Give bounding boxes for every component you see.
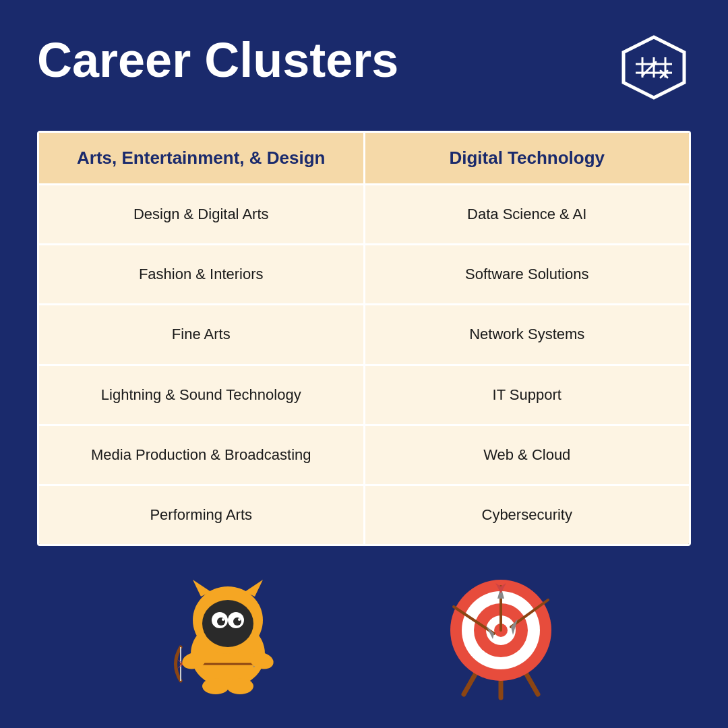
svg-point-12 — [202, 600, 253, 647]
cell-arts-5: Performing Arts — [39, 486, 365, 544]
svg-point-28 — [202, 678, 229, 694]
table-row: Performing Arts Cybersecurity — [39, 484, 689, 544]
svg-point-29 — [226, 678, 253, 694]
cell-arts-2: Fine Arts — [39, 305, 365, 363]
table-header-row: Arts, Entertainment, & Design Digital Te… — [39, 133, 689, 183]
cell-arts-0: Design & Digital Arts — [39, 185, 365, 243]
strategy-icon — [617, 34, 691, 108]
page-container: Career Clusters Arts, Entertainment, & — [0, 0, 728, 728]
page-title: Career Clusters — [37, 34, 398, 87]
archer-monster-icon — [167, 566, 289, 701]
col-header-tech: Digital Technology — [365, 133, 690, 183]
col-header-arts: Arts, Entertainment, & Design — [39, 133, 365, 183]
cell-tech-5: Cybersecurity — [365, 486, 690, 544]
cell-tech-1: Software Solutions — [365, 245, 690, 303]
svg-point-18 — [238, 618, 241, 621]
cell-tech-3: IT Support — [365, 366, 690, 424]
cell-arts-4: Media Production & Broadcasting — [39, 426, 365, 484]
career-clusters-table: Arts, Entertainment, & Design Digital Te… — [37, 131, 691, 546]
svg-line-30 — [464, 671, 477, 694]
table-row: Lightning & Sound Technology IT Support — [39, 364, 689, 424]
table-row: Design & Digital Arts Data Science & AI — [39, 183, 689, 243]
svg-point-17 — [222, 618, 224, 621]
target-bullseye-icon — [440, 566, 562, 701]
hex-icon-container — [617, 34, 691, 111]
cell-arts-1: Fashion & Interiors — [39, 245, 365, 303]
table-row: Fine Arts Network Systems — [39, 303, 689, 363]
table-row: Media Production & Broadcasting Web & Cl… — [39, 424, 689, 484]
cell-arts-3: Lightning & Sound Technology — [39, 366, 365, 424]
cell-tech-0: Data Science & AI — [365, 185, 690, 243]
page-header: Career Clusters — [37, 34, 691, 111]
cell-tech-4: Web & Cloud — [365, 426, 690, 484]
table-body: Design & Digital Arts Data Science & AI … — [39, 183, 689, 544]
table-row: Fashion & Interiors Software Solutions — [39, 243, 689, 303]
bottom-illustrations — [37, 566, 691, 701]
svg-line-32 — [524, 671, 538, 694]
cell-tech-2: Network Systems — [365, 305, 690, 363]
